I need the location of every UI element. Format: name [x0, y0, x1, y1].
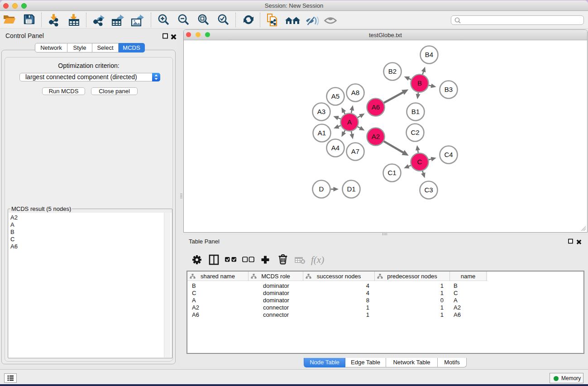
svg-text:C2: C2	[411, 129, 419, 136]
svg-text:A6: A6	[372, 103, 380, 111]
svg-text:A7: A7	[351, 148, 359, 155]
svg-text:A5: A5	[331, 92, 339, 100]
svg-text:B1: B1	[411, 108, 420, 115]
svg-text:C: C	[417, 158, 422, 166]
svg-text:A1: A1	[318, 129, 326, 137]
svg-text:A4: A4	[331, 144, 339, 152]
svg-text:C4: C4	[444, 151, 453, 158]
svg-text:B4: B4	[425, 51, 433, 58]
svg-text:B: B	[417, 79, 422, 87]
svg-text:D1: D1	[347, 185, 355, 193]
svg-text:B2: B2	[388, 67, 397, 75]
svg-text:A: A	[347, 118, 352, 126]
svg-text:A2: A2	[372, 133, 380, 140]
svg-text:A8: A8	[351, 89, 359, 96]
svg-text:C1: C1	[387, 169, 396, 176]
svg-text:f(x): f(x)	[311, 254, 324, 265]
svg-text:C3: C3	[424, 186, 433, 194]
svg-text:D: D	[319, 185, 324, 193]
svg-text:B3: B3	[445, 86, 453, 93]
svg-text:A3: A3	[317, 108, 325, 115]
